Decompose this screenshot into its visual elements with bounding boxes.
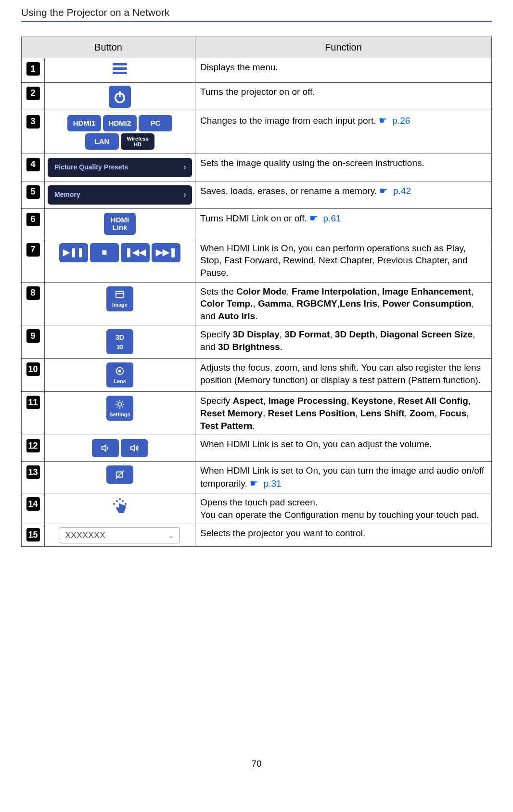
function-text: Sets the image quality using the on-scre…	[195, 154, 492, 181]
function-text: Adjusts the focus, zoom, and lens shift.…	[195, 359, 492, 392]
row-number: 4	[26, 158, 40, 171]
svg-point-5	[118, 370, 121, 373]
pointer-icon: ☛	[379, 115, 387, 126]
memory-button: Memory›	[48, 185, 192, 205]
prev-chapter-icon: ❚◀◀	[121, 243, 150, 262]
row-number: 5	[26, 185, 40, 199]
page-link[interactable]: p.26	[392, 116, 410, 126]
row-number: 12	[26, 439, 40, 452]
chevron-right-icon: ›	[183, 161, 186, 173]
table-row: 13 When HDMI Link is set to On, you can …	[22, 462, 492, 493]
svg-point-13	[119, 498, 121, 500]
lens-icon	[115, 366, 125, 376]
header-rule	[21, 21, 492, 22]
function-text: Opens the touch pad screen. You can oper…	[195, 493, 492, 524]
page-link[interactable]: p.42	[393, 186, 411, 196]
3d-button: 3D 3D	[106, 329, 133, 354]
pointer-icon: ☛	[379, 185, 388, 196]
next-chapter-icon: ▶▶❚	[152, 243, 180, 262]
table-row: 9 3D 3D Specify 3D Display, 3D Format, 3…	[22, 325, 492, 359]
volume-down-icon	[92, 439, 119, 457]
row-number: 7	[26, 243, 40, 257]
row-number: 14	[26, 497, 40, 511]
row-number: 2	[26, 87, 40, 100]
table-row: 6 HDMILink Turns HDMI Link on or off. ☛ …	[22, 208, 492, 239]
source-hdmi2: HDMI2	[103, 115, 137, 131]
table-row: 1 Displays the menu.	[22, 58, 492, 83]
svg-point-11	[113, 503, 115, 505]
col-button: Button	[22, 37, 195, 58]
table-row: 4 Picture Quality Presets› Sets the imag…	[22, 154, 492, 181]
stop-icon: ■	[90, 243, 119, 262]
row-number: 8	[26, 286, 40, 300]
table-row: 3 HDMI1 HDMI2 PC LAN Wireless HD Changes…	[22, 111, 492, 154]
function-text: Specify 3D Display, 3D Format, 3D Depth,…	[195, 325, 492, 359]
table-row: 5 Memory› Saves, loads, erases, or renam…	[22, 181, 492, 208]
table-row: 2 Turns the projector on or off.	[22, 82, 492, 111]
source-hdmi1: HDMI1	[67, 115, 101, 131]
col-function: Function	[195, 37, 492, 58]
source-wirelesshd: Wireless HD	[121, 133, 154, 150]
picture-quality-presets-button: Picture Quality Presets›	[48, 158, 192, 177]
row-number: 13	[26, 465, 40, 479]
function-text: Displays the menu.	[195, 58, 492, 83]
page-link[interactable]: p.31	[264, 478, 282, 489]
chevron-down-icon: ⌄	[167, 529, 175, 541]
row-number: 1	[26, 62, 40, 76]
projector-select-dropdown: XXXXXXX ⌄	[60, 527, 180, 543]
function-text: Selects the projector you want to contro…	[195, 524, 492, 547]
image-icon	[115, 289, 125, 300]
row-number: 15	[26, 528, 40, 541]
source-lan: LAN	[85, 133, 119, 150]
row-number: 6	[26, 213, 40, 226]
play-pause-icon: ▶❚❚	[59, 243, 88, 262]
function-text: When HDMI Link is set to On, you can tur…	[195, 462, 492, 493]
lens-button: Lens	[106, 362, 133, 387]
svg-point-6	[118, 402, 121, 406]
chevron-right-icon: ›	[183, 189, 186, 200]
function-text: Turns the projector on or off.	[195, 82, 492, 111]
table-row: 8 Image Sets the Color Mode, Frame Inter…	[22, 282, 492, 325]
svg-point-9	[116, 500, 118, 502]
row-number: 11	[26, 396, 40, 409]
touch-icon	[110, 507, 129, 517]
row-number: 3	[26, 115, 40, 129]
function-text: Sets the Color Mode, Frame Interpolation…	[195, 282, 492, 325]
menu-icon	[113, 61, 127, 76]
svg-point-12	[125, 503, 127, 505]
pointer-icon: ☛	[250, 478, 258, 489]
function-text: When HDMI Link is On, you can perform op…	[195, 239, 492, 282]
settings-button: Settings	[106, 396, 133, 421]
pointer-icon: ☛	[309, 213, 318, 223]
page-title: Using the Projector on a Network	[21, 7, 492, 21]
svg-rect-2	[116, 291, 124, 297]
av-mute-icon	[106, 465, 133, 484]
gear-icon	[115, 399, 125, 410]
table-row: 14 Opens the touch pad screen. You can o…	[22, 493, 492, 524]
svg-point-10	[122, 500, 124, 502]
source-pc: PC	[139, 115, 172, 131]
3d-icon: 3D	[115, 333, 124, 342]
table-row: 15 XXXXXXX ⌄ Selects the projector you w…	[22, 524, 492, 547]
table-row: 10 Lens Adjusts the focus, zoom, and len…	[22, 359, 492, 392]
button-function-table: Button Function 1 Displays the menu. 2	[21, 37, 492, 547]
volume-up-icon	[121, 439, 148, 457]
power-icon	[109, 86, 131, 108]
function-text: Changes to the image from each input por…	[195, 111, 492, 154]
page-number: 70	[21, 759, 492, 769]
image-button: Image	[106, 286, 133, 311]
hdmi-link-button: HDMILink	[104, 213, 136, 235]
function-text: Saves, loads, erases, or rename a memory…	[195, 181, 492, 208]
page-link[interactable]: p.61	[323, 213, 341, 223]
table-row: 12 When HDMI Link is set to On, you can …	[22, 435, 492, 462]
table-row: 11 Settings Specify Aspect, Image Proces…	[22, 392, 492, 435]
row-number: 9	[26, 329, 40, 343]
function-text: When HDMI Link is set to On, you can adj…	[195, 435, 492, 462]
function-text: Turns HDMI Link on or off. ☛ p.61	[195, 208, 492, 239]
function-text: Specify Aspect, Image Processing, Keysto…	[195, 392, 492, 435]
row-number: 10	[26, 362, 40, 376]
table-row: 7 ▶❚❚ ■ ❚◀◀ ▶▶❚ When HDMI Link is On, yo…	[22, 239, 492, 282]
